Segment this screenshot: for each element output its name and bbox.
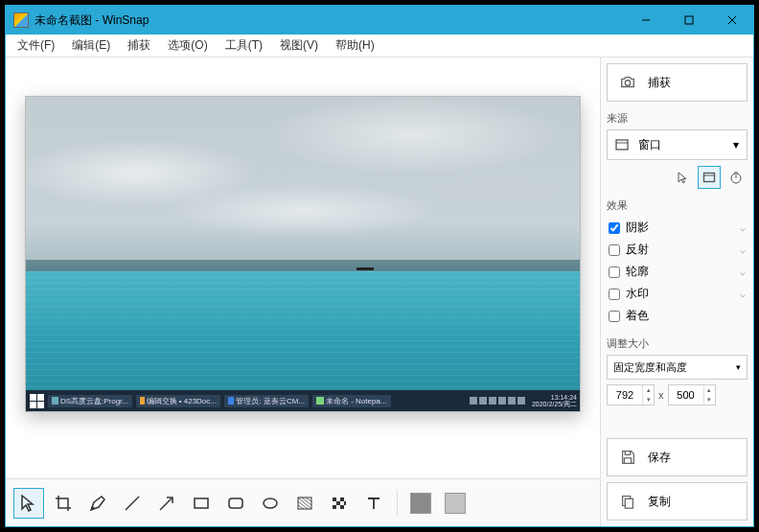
tool-ellipse[interactable] [255,488,286,519]
svg-rect-16 [340,497,344,501]
tool-arrow[interactable] [151,488,182,519]
color-swatch-1[interactable] [405,488,436,519]
fx-outline[interactable]: 轮廓⌵ [607,261,748,283]
tool-pixelate[interactable] [324,488,355,519]
fx-watermark[interactable]: 水印⌵ [607,283,748,305]
spin-down[interactable]: ▾ [704,395,715,405]
spin-down[interactable]: ▾ [643,395,654,405]
canvas-area[interactable]: DS高度云盘:Progr... 编辑交换 • 423Doc... 管理员: 蓝奏… [6,58,600,478]
chevron-down-icon: ▾ [736,362,741,372]
menu-help[interactable]: 帮助(H) [328,35,382,56]
mode-cursor[interactable] [671,166,694,189]
taskbar-item: 未命名 - Notepa... [312,395,391,407]
screenshot-taskbar: DS高度云盘:Progr... 编辑交换 • 423Doc... 管理员: 蓝奏… [26,390,580,411]
side-panel: 捕获 来源 窗口 ▾ 效果 阴影⌵ 反射⌵ 轮廓⌵ [600,58,753,526]
taskbar-item: 管理员: 蓝奏云CM... [224,395,309,407]
width-spinner[interactable]: ▴▾ [607,384,655,405]
taskbar-clock: 13:14:24 2020/2/25/周二 [532,394,577,407]
svg-line-12 [298,505,304,509]
source-value: 窗口 [638,137,661,153]
svg-rect-20 [340,505,344,509]
chevron-down-icon: ⌵ [740,244,746,255]
menu-file[interactable]: 文件(F) [10,35,62,56]
svg-line-14 [306,497,311,501]
svg-line-11 [298,501,308,509]
screenshot-preview[interactable]: DS高度云盘:Progr... 编辑交换 • 423Doc... 管理员: 蓝奏… [25,96,581,412]
spin-up[interactable]: ▴ [643,385,654,395]
source-selector[interactable]: 窗口 ▾ [607,129,748,160]
svg-rect-7 [229,498,242,508]
spin-up[interactable]: ▴ [704,385,715,395]
taskbar-item: DS高度云盘:Progr... [48,395,132,407]
tool-text[interactable] [358,488,389,519]
resize-mode-select[interactable]: 固定宽度和高度 ▾ [607,355,748,380]
source-group-title: 来源 [607,107,748,129]
svg-rect-22 [616,140,628,150]
minimize-button[interactable] [624,6,667,35]
menu-view[interactable]: 视图(V) [272,35,326,56]
menu-capture[interactable]: 捕获 [120,35,158,56]
bottom-toolbar [6,478,600,526]
svg-line-5 [160,498,172,510]
tool-crop[interactable] [48,488,79,519]
fx-tint[interactable]: 着色 [607,305,748,327]
tool-pen[interactable] [82,488,113,519]
svg-rect-17 [336,501,340,505]
menu-tools[interactable]: 工具(T) [218,35,270,56]
tray-icons [470,397,525,405]
height-input[interactable] [669,389,703,401]
menu-edit[interactable]: 编辑(E) [64,35,118,56]
close-button[interactable] [710,6,753,35]
maximize-button[interactable] [667,6,710,35]
capture-button[interactable]: 捕获 [607,63,748,102]
svg-rect-15 [333,497,336,501]
chevron-down-icon: ⌵ [740,222,746,233]
resize-mode-value: 固定宽度和高度 [613,360,687,375]
chevron-down-icon: ▾ [733,138,739,151]
save-button[interactable]: 保存 [607,438,748,476]
svg-line-13 [302,497,311,505]
window-title: 未命名截图 - WinSnap [34,12,149,29]
effects-group-title: 效果 [607,195,748,217]
svg-rect-18 [344,501,346,505]
fx-reflection[interactable]: 反射⌵ [607,239,748,261]
taskbar-item: 编辑交换 • 423Doc... [136,395,220,407]
width-input[interactable] [608,389,642,401]
height-spinner[interactable]: ▴▾ [668,384,716,405]
menubar: 文件(F) 编辑(E) 捕获 选项(O) 工具(T) 视图(V) 帮助(H) [6,35,753,58]
titlebar[interactable]: 未命名截图 - WinSnap [6,6,753,35]
svg-point-21 [625,81,630,85]
tool-blur[interactable] [289,488,320,519]
camera-icon [619,74,636,91]
copy-button-label: 复制 [648,494,671,510]
copy-icon [619,493,636,510]
save-button-label: 保存 [648,450,671,466]
tool-rect[interactable] [186,488,217,519]
svg-rect-24 [704,173,715,182]
copy-button[interactable]: 复制 [607,482,748,520]
chevron-down-icon: ⌵ [740,266,746,277]
svg-line-4 [126,497,139,510]
svg-rect-6 [195,498,208,508]
resize-group-title: 调整大小 [607,333,748,355]
svg-rect-19 [333,505,336,509]
svg-rect-1 [685,16,693,24]
save-icon [619,449,636,466]
mode-window[interactable] [698,166,721,189]
svg-rect-30 [625,498,632,508]
tool-line[interactable] [117,488,148,519]
capture-button-label: 捕获 [648,75,671,91]
size-separator: x [658,389,664,401]
app-icon [13,12,29,28]
app-window: 未命名截图 - WinSnap 文件(F) 编辑(E) 捕获 选项(O) 工具(… [5,5,754,527]
window-icon [615,138,629,151]
tool-rounded-rect[interactable] [220,488,251,519]
fx-shadow[interactable]: 阴影⌵ [607,217,748,239]
tool-pointer[interactable] [13,488,44,519]
color-swatch-2[interactable] [440,488,471,519]
start-icon [29,393,44,408]
mode-timer[interactable] [724,166,748,189]
svg-point-8 [264,498,277,508]
chevron-down-icon: ⌵ [740,289,746,299]
menu-options[interactable]: 选项(O) [160,35,215,56]
